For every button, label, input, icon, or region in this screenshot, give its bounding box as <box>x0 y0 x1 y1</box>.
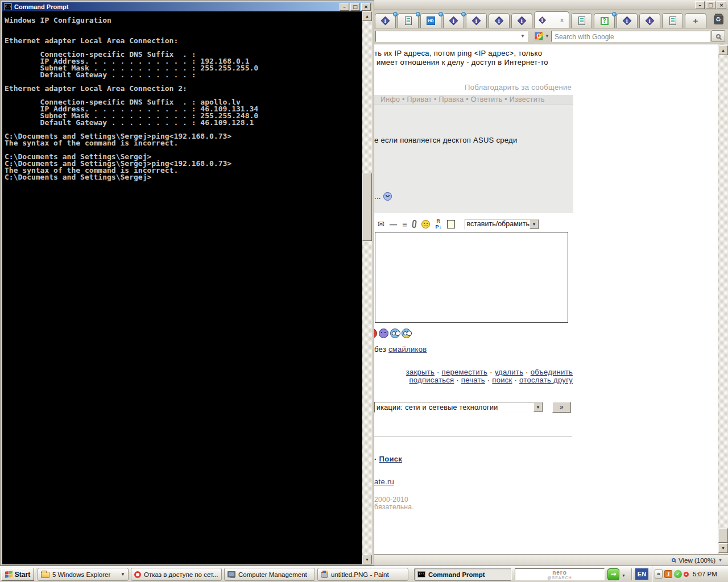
scrollbar-thumb[interactable] <box>718 528 728 543</box>
zoom-dropdown-icon[interactable]: ▼ <box>718 558 722 562</box>
nero-go-button[interactable]: → <box>607 568 619 580</box>
post-actions-bar[interactable]: Инфо • Приват • Правка • Ответить • Изве… <box>373 95 573 105</box>
search-engine-dropdown-icon[interactable]: ▼ <box>545 34 549 39</box>
forum-action-link[interactable]: объединить <box>531 368 573 376</box>
help-icon[interactable] <box>447 220 455 228</box>
search-go-button[interactable] <box>712 30 725 42</box>
search-link[interactable]: Поиск <box>379 455 403 463</box>
browser-tab[interactable] <box>617 13 638 28</box>
zoom-icon <box>672 558 676 562</box>
align-icon[interactable] <box>402 219 407 229</box>
site-link[interactable]: ate.ru <box>374 477 394 486</box>
glasses-smiley-icon[interactable] <box>390 329 400 338</box>
forum-select[interactable]: икации: сети и сетевые технологии ▼ <box>374 402 543 413</box>
forum-go-button[interactable]: » <box>552 402 571 413</box>
notification-dot-icon <box>612 12 617 16</box>
closed-tabs-button[interactable]: ♻ <box>711 13 726 27</box>
browser-tab[interactable] <box>662 13 683 28</box>
google-icon[interactable]: G <box>535 32 543 40</box>
forum-action-link[interactable]: поиск <box>492 376 512 384</box>
smiley-icon[interactable] <box>421 220 430 228</box>
trash-icon: ♻ <box>714 15 723 24</box>
taskbar-button[interactable]: untitled.PNG - Paint <box>317 568 408 581</box>
tab-close-icon[interactable]: x <box>560 16 564 23</box>
forum-action-link[interactable]: закрыть <box>406 368 435 376</box>
close-button[interactable]: × <box>717 1 726 9</box>
forum-action-link[interactable]: печать <box>461 376 485 384</box>
forum-action-link[interactable]: удалить <box>495 368 524 376</box>
paperclip-icon[interactable] <box>412 220 417 228</box>
browser-tab[interactable] <box>443 13 464 28</box>
forum-action-link[interactable]: подписаться <box>409 376 454 384</box>
browser-tab-active[interactable]: x <box>534 11 569 28</box>
dropdown-arrow-icon[interactable]: ▼ <box>533 402 543 412</box>
browser-tab[interactable] <box>511 13 532 28</box>
close-button[interactable]: × <box>361 3 371 11</box>
dropdown-arrow-icon[interactable]: ▼ <box>530 219 539 229</box>
reply-textarea[interactable] <box>375 232 568 323</box>
tray-chevron-icon[interactable]: « <box>655 569 663 579</box>
browser-tab[interactable] <box>375 13 396 28</box>
insert-format-dropdown[interactable]: вставить/обрамить ▼ <box>465 219 539 230</box>
address-dropdown-icon[interactable]: ▼ <box>518 34 527 39</box>
email-icon[interactable] <box>378 219 384 228</box>
taskbar-button[interactable]: Computer Management <box>224 568 315 581</box>
taskbar-button[interactable]: Отказ в доступе по сет... <box>131 568 222 581</box>
nero-search-box[interactable]: nero @SEARCH <box>515 568 605 580</box>
nero-dropdown-icon[interactable]: ▼ <box>622 573 626 577</box>
language-indicator[interactable]: EN <box>635 568 648 580</box>
opera-titlebar[interactable]: – □ × <box>373 0 728 10</box>
notification-dot-icon <box>439 12 443 16</box>
opera-tray-icon[interactable] <box>684 572 689 577</box>
console-scrollbar[interactable]: ▲ ▼ <box>362 11 372 564</box>
address-bar[interactable]: ▼ <box>375 31 528 42</box>
forum-action-link[interactable]: переместить <box>442 368 488 376</box>
taskbar-divider <box>631 568 632 580</box>
browser-tab[interactable]: ? <box>594 13 615 28</box>
tab-strip: HDx? + ♻ <box>373 10 728 28</box>
smilies-link[interactable]: смайликов <box>388 345 427 354</box>
browser-tab[interactable] <box>639 13 660 28</box>
address-input[interactable] <box>376 32 518 41</box>
browser-tab[interactable] <box>466 13 487 28</box>
scrollbar-thumb[interactable] <box>362 173 372 241</box>
minimize-button[interactable]: – <box>695 1 705 9</box>
forum-action-link[interactable]: отослать другу <box>519 376 573 384</box>
cmd-titlebar[interactable]: Command Prompt – □ × <box>2 2 372 11</box>
glasses2-smiley-icon[interactable] <box>402 329 411 338</box>
diamond-tab-icon <box>449 16 458 26</box>
taskbar-button[interactable]: 5 Windows Explorer▼ <box>38 568 129 581</box>
new-tab-button[interactable]: + <box>685 13 706 28</box>
rp-down-icon[interactable] <box>435 218 441 230</box>
page-scrollbar[interactable]: ▲ ▼ <box>718 44 728 554</box>
diamond-tab-icon <box>623 16 632 26</box>
browser-tab[interactable] <box>571 13 592 28</box>
ellipsis-text: ... <box>374 192 381 201</box>
view-zoom-level[interactable]: View (100%) <box>679 557 715 564</box>
reply-toolbar-icons <box>378 218 455 230</box>
browser-tab[interactable]: HD <box>420 13 441 28</box>
scroll-down-icon[interactable]: ▼ <box>362 555 372 564</box>
search-field[interactable] <box>551 31 710 42</box>
minimize-button[interactable]: – <box>340 3 349 11</box>
address-toolbar: ▼ G ▼ <box>373 28 728 44</box>
dash-icon[interactable] <box>390 220 397 228</box>
browser-tab[interactable] <box>489 13 510 28</box>
group-dropdown-icon[interactable]: ▼ <box>121 572 125 577</box>
clock[interactable]: 5:07 PM <box>693 571 717 577</box>
restore-button[interactable]: □ <box>706 1 715 9</box>
status-check-tray-icon[interactable]: ✓ <box>674 570 682 578</box>
scroll-down-icon[interactable]: ▼ <box>718 543 728 553</box>
console-area[interactable]: Windows IP Configuration Ethernet adapte… <box>2 11 363 564</box>
search-input[interactable] <box>552 32 709 42</box>
scroll-up-icon[interactable]: ▲ <box>362 11 372 21</box>
start-button[interactable]: Start <box>1 568 34 581</box>
restore-button[interactable]: □ <box>350 3 360 11</box>
thank-link[interactable]: Поблагодарить за сообщение <box>373 83 572 92</box>
browser-tab[interactable] <box>398 13 419 28</box>
java-tray-icon[interactable]: J <box>664 570 672 578</box>
taskbar-button[interactable]: Command Prompt <box>414 568 512 581</box>
taskbar-divider <box>511 568 511 580</box>
purple-smiley-icon[interactable] <box>379 329 388 338</box>
scroll-up-icon[interactable]: ▲ <box>718 45 728 55</box>
